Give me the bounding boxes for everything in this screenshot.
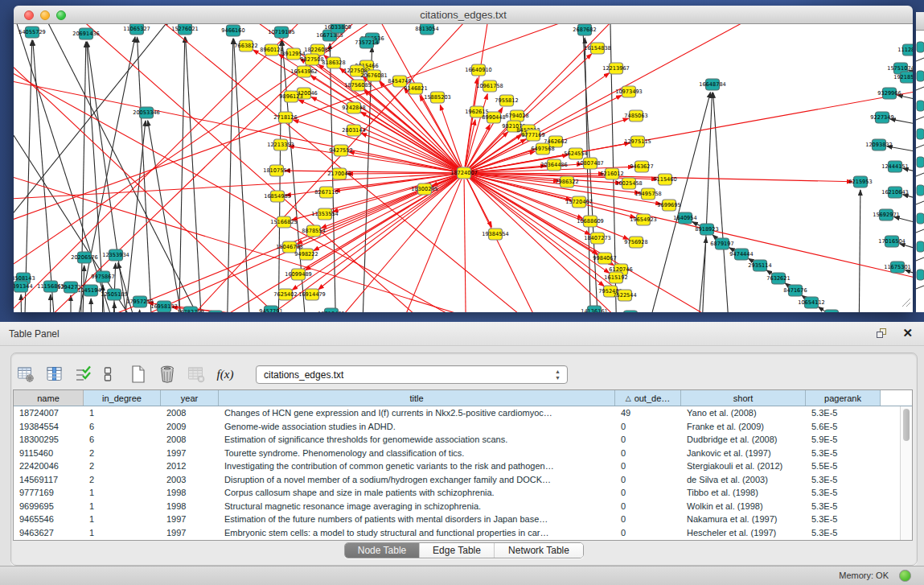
cell-name[interactable]: 22420046 bbox=[14, 459, 84, 473]
red-edge[interactable] bbox=[467, 179, 563, 312]
network-node[interactable]: 18756085 bbox=[344, 80, 372, 91]
cell-in_degree[interactable]: 1 bbox=[84, 500, 161, 513]
cell-out_de[interactable]: 0 bbox=[615, 486, 681, 500]
red-edge[interactable] bbox=[14, 173, 458, 201]
cell-out_de[interactable]: 0 bbox=[615, 420, 681, 434]
cell-year[interactable]: 1998 bbox=[161, 500, 219, 513]
cell-year[interactable]: 2009 bbox=[161, 420, 219, 434]
cell-title[interactable]: Disruption of a novel member of a sodium… bbox=[219, 473, 615, 487]
network-node[interactable]: 10025458 bbox=[615, 178, 643, 189]
cell-out_de[interactable]: 49 bbox=[615, 406, 681, 420]
cell-title[interactable]: Estimation of the future numbers of pati… bbox=[219, 513, 615, 526]
black-edge[interactable] bbox=[91, 299, 92, 312]
cell-name[interactable]: 9699695 bbox=[14, 500, 84, 513]
network-node[interactable]: 2718126 bbox=[273, 112, 297, 123]
cell-name[interactable]: 18300295 bbox=[14, 433, 84, 447]
cell-in_degree[interactable]: 6 bbox=[84, 433, 161, 447]
table-row[interactable]: 946362711997Embryonic stem cells: a mode… bbox=[14, 526, 900, 540]
network-node[interactable]: 12444151 bbox=[881, 161, 909, 172]
tab-edge-table[interactable]: Edge Table bbox=[420, 543, 495, 558]
cell-year[interactable]: 2003 bbox=[161, 473, 219, 487]
cell-in_degree[interactable]: 1 bbox=[84, 406, 161, 420]
network-node[interactable]: 10961758 bbox=[476, 80, 503, 92]
cell-pagerank[interactable]: 5.3E-5 bbox=[806, 406, 881, 420]
network-node[interactable]: 16154838 bbox=[584, 43, 611, 54]
resize-grip-icon[interactable] bbox=[902, 299, 910, 307]
table-row[interactable]: 911546021997Tourette syndrome. Phenomeno… bbox=[14, 447, 900, 460]
network-node[interactable]: 9975867 bbox=[91, 271, 114, 282]
black-edge[interactable] bbox=[894, 217, 913, 227]
cell-out_de[interactable]: 0 bbox=[615, 500, 681, 513]
black-edge[interactable] bbox=[138, 310, 140, 312]
network-node[interactable]: 8215953 bbox=[848, 176, 872, 187]
network-node[interactable]: 16099489 bbox=[285, 269, 312, 280]
close-panel-icon[interactable]: ✕ bbox=[902, 326, 913, 340]
network-node[interactable]: 6879197 bbox=[710, 238, 733, 249]
network-node[interactable]: 9466160 bbox=[221, 25, 244, 36]
network-node[interactable]: 18407273 bbox=[584, 233, 611, 244]
cell-out_de[interactable]: 0 bbox=[615, 433, 681, 447]
network-window-titlebar[interactable]: citations_edges.txt bbox=[14, 6, 913, 24]
cell-out_de[interactable]: 0 bbox=[615, 447, 681, 460]
network-node[interactable]: 10973493 bbox=[615, 86, 643, 97]
network-node[interactable]: 16210643 bbox=[881, 187, 909, 198]
cell-in_degree[interactable]: 2 bbox=[84, 459, 161, 473]
cell-year[interactable]: 1997 bbox=[161, 526, 219, 540]
black-edge[interactable] bbox=[21, 295, 22, 312]
network-node[interactable]: 20364486 bbox=[540, 159, 568, 171]
cell-pagerank[interactable]: 5.5E-5 bbox=[806, 459, 881, 473]
function-builder-icon[interactable]: f(x) bbox=[216, 364, 235, 385]
network-node[interactable]: 19654923 bbox=[630, 214, 657, 225]
black-edge[interactable] bbox=[701, 93, 713, 312]
table-row[interactable]: 2242004622012Investigating the contribut… bbox=[14, 459, 900, 473]
new-document-icon[interactable] bbox=[129, 364, 148, 385]
column-header-short[interactable]: short bbox=[681, 390, 806, 406]
black-edge[interactable] bbox=[80, 42, 86, 312]
network-canvas[interactable]: 1872400776638228960124891295418226058982… bbox=[14, 24, 913, 312]
cell-in_degree[interactable]: 6 bbox=[84, 420, 161, 434]
column-header-in_degree[interactable]: in_degree bbox=[84, 390, 161, 406]
network-node[interactable]: 9115460 bbox=[653, 174, 676, 185]
red-edge[interactable] bbox=[285, 171, 458, 173]
black-edge[interactable] bbox=[14, 24, 121, 312]
network-node[interactable]: 5624554 bbox=[564, 148, 587, 159]
cell-year[interactable]: 2008 bbox=[161, 406, 219, 420]
cell-pagerank[interactable]: 5.3E-5 bbox=[806, 486, 881, 500]
cell-short[interactable]: Yano et al. (2008) bbox=[681, 406, 806, 420]
table-row[interactable]: 946554611997Estimation of the future num… bbox=[14, 513, 900, 526]
network-node[interactable]: 8186328 bbox=[322, 57, 345, 68]
network-node[interactable]: 12975115 bbox=[624, 136, 651, 147]
cell-title[interactable]: Corpus callosum shape and size in male p… bbox=[219, 486, 615, 500]
table-row[interactable]: 1456911722003Disruption of a novel membe… bbox=[14, 473, 900, 487]
network-node[interactable]: 10654112 bbox=[798, 297, 825, 308]
red-edge[interactable] bbox=[470, 24, 844, 170]
cell-year[interactable]: 1997 bbox=[161, 447, 219, 460]
black-edge[interactable] bbox=[14, 24, 169, 249]
network-node[interactable]: 10719195 bbox=[268, 27, 295, 38]
cell-year[interactable]: 1998 bbox=[161, 486, 219, 500]
float-window-icon[interactable] bbox=[877, 328, 887, 339]
cell-out_de[interactable]: 0 bbox=[615, 473, 681, 487]
network-node[interactable]: 9329966 bbox=[877, 88, 901, 99]
cell-title[interactable]: Embryonic stem cells: a model to study s… bbox=[219, 526, 615, 540]
network-node[interactable]: 19384554 bbox=[482, 229, 509, 240]
cell-pagerank[interactable]: 5.3E-5 bbox=[806, 526, 881, 540]
cell-pagerank[interactable]: 5.3E-5 bbox=[806, 500, 881, 513]
network-node[interactable]: 16854985 bbox=[264, 191, 291, 202]
select-rows-checks-icon[interactable] bbox=[74, 364, 93, 385]
network-node[interactable]: 8471676 bbox=[783, 285, 807, 296]
network-node[interactable]: 16640910 bbox=[465, 64, 492, 76]
network-node[interactable]: 2170046 bbox=[327, 168, 351, 179]
network-node[interactable]: 2687682 bbox=[573, 24, 596, 35]
network-node[interactable]: 54055729 bbox=[18, 27, 46, 38]
cell-year[interactable]: 1997 bbox=[161, 513, 219, 526]
cell-out_de[interactable]: 0 bbox=[615, 459, 681, 473]
table-row[interactable]: 1830029562008Estimation of significance … bbox=[14, 433, 900, 447]
cell-short[interactable]: Hescheler et al. (1997) bbox=[681, 526, 806, 540]
column-header-name[interactable]: name bbox=[14, 390, 84, 406]
red-edge[interactable] bbox=[464, 179, 466, 312]
table-row[interactable]: 969969511998Structural magnetic resonanc… bbox=[14, 500, 900, 513]
tab-network-table[interactable]: Network Table bbox=[495, 543, 583, 558]
network-node[interactable]: 16648784 bbox=[699, 79, 726, 90]
cell-short[interactable]: Wolkin et al. (1998) bbox=[681, 500, 806, 513]
